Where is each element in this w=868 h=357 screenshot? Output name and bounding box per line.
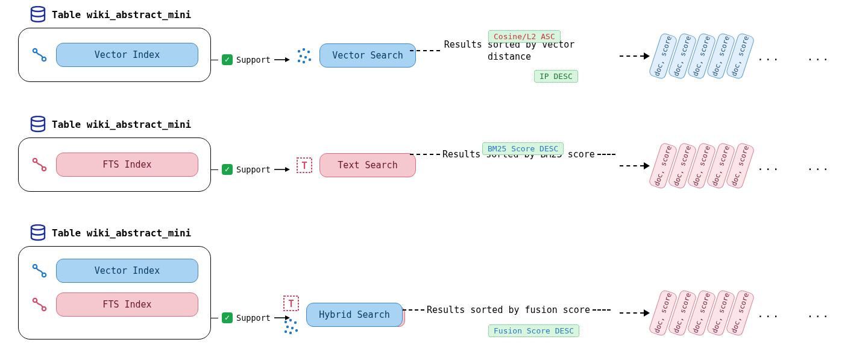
tag-bm25: BM25 Score DESC (482, 142, 564, 155)
search-pill-vector: Vector Search (319, 43, 416, 68)
check-icon: ✓ (222, 312, 233, 323)
support-label: Support (236, 55, 271, 65)
doc-chips: doc, score doc, score doc, score doc, sc… (655, 34, 749, 78)
boxed-t-icon (282, 294, 300, 312)
scatter-icon (282, 317, 300, 335)
docs-segment: doc, score doc, score doc, score doc, sc… (620, 34, 867, 78)
search-segment: Vector Search (295, 43, 416, 68)
ellipsis: ... (753, 307, 784, 320)
dashed-arrow-icon (620, 162, 650, 169)
ellipsis: ... (753, 160, 784, 172)
arrow-icon (274, 57, 290, 63)
dashed-arrow-icon (620, 309, 650, 317)
check-icon: ✓ (222, 54, 233, 65)
tag-cosine: Cosine/L2 ASC (488, 30, 561, 43)
diagram-row-hybrid: Table wiki_abstract_mini Vector Index FT… (0, 224, 868, 357)
table-header: Table wiki_abstract_mini (30, 116, 191, 133)
database-icon (30, 224, 46, 241)
table-label: Table wiki_abstract_mini (52, 119, 191, 130)
search-segment: Text Search (295, 153, 416, 177)
docs-segment: doc, score doc, score doc, score doc, sc… (620, 144, 867, 188)
support-segment: ✓ Support (211, 54, 290, 65)
ellipsis-extra: ... (804, 307, 834, 320)
docs-segment: doc, score doc, score doc, score doc, sc… (620, 291, 867, 335)
table-header: Table wiki_abstract_mini (30, 224, 191, 241)
route-icon (31, 262, 49, 280)
check-icon: ✓ (222, 164, 233, 175)
support-segment: ✓ Support (211, 164, 290, 175)
database-icon (30, 116, 46, 133)
route-icon (31, 156, 49, 174)
boxed-t-icon (295, 156, 313, 174)
doc-chips: doc, score doc, score doc, score doc, sc… (655, 291, 749, 335)
support-label: Support (236, 165, 271, 174)
support-label: Support (236, 313, 271, 323)
tag-fusion: Fusion Score DESC (488, 324, 579, 337)
search-segment: Hybrid Search (282, 294, 403, 335)
table-box: Vector Index FTS Index (18, 246, 211, 340)
table-box: FTS Index (18, 137, 211, 192)
ellipsis: ... (753, 50, 784, 63)
search-pill-hybrid: Hybrid Search (306, 303, 403, 327)
table-label: Table wiki_abstract_mini (52, 227, 191, 239)
arrow-icon (274, 166, 290, 172)
table-box: Vector Index (18, 28, 211, 82)
route-icon (31, 295, 49, 314)
index-pill-vector: Vector Index (56, 259, 198, 283)
index-pill-vector: Vector Index (56, 43, 198, 67)
index-row: FTS Index (31, 153, 198, 177)
diagram-row-fts: Table wiki_abstract_mini FTS Index ✓ Sup… (0, 116, 868, 218)
diagram-row-vector: Table wiki_abstract_mini Vector Index ✓ … (0, 6, 868, 109)
tag-ip: IP DESC (534, 70, 578, 83)
ellipsis-extra: ... (804, 160, 834, 172)
table-header: Table wiki_abstract_mini (30, 6, 191, 23)
ellipsis-extra: ... (804, 50, 834, 63)
result-text: Results sorted by fusion score (424, 304, 593, 316)
index-row: Vector Index (31, 43, 198, 67)
index-row: FTS Index (31, 292, 198, 317)
route-icon (31, 46, 49, 64)
scatter-icon (295, 46, 313, 65)
table-label: Table wiki_abstract_mini (52, 9, 191, 21)
dashed-arrow-icon (620, 52, 650, 60)
support-segment: ✓ Support (211, 312, 290, 323)
doc-chips: doc, score doc, score doc, score doc, sc… (655, 144, 749, 188)
database-icon (30, 6, 46, 23)
index-row: Vector Index (31, 259, 198, 283)
index-pill-fts: FTS Index (56, 292, 198, 317)
search-pill-text: Text Search (319, 153, 416, 177)
index-pill-fts: FTS Index (56, 153, 198, 177)
result-segment: Results sorted by fusion score (403, 304, 632, 316)
search-icon-stack (282, 294, 300, 335)
